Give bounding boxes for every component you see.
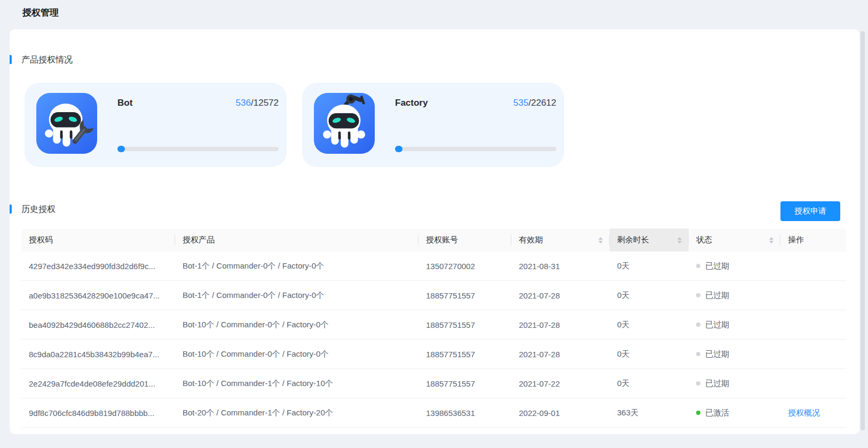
table-body: 4297ed342e334ed990fd3d2d6f9c... Bot-1个 /… — [21, 251, 846, 428]
action-cell: 授权概况 — [780, 398, 846, 427]
sort-icon[interactable] — [598, 237, 603, 244]
status-dot-icon — [696, 323, 700, 327]
history-section-title: 历史授权 — [21, 204, 56, 215]
product-card-bot: Bot 536/12572 — [25, 83, 287, 167]
status-cell: 已过期 — [689, 281, 780, 310]
history-section-header: 历史授权 — [10, 204, 56, 215]
status-dot-icon — [696, 352, 700, 356]
authorized-account-cell: 13986536531 — [419, 398, 511, 427]
validity-date-cell: 2021-07-28 — [511, 310, 610, 339]
table-row: 9df8c706cfc846d9b819d788bbbb... Bot-20个 … — [21, 398, 846, 428]
authorization-overview-link[interactable]: 授权概况 — [788, 408, 820, 418]
validity-date-cell: 2021-07-22 — [511, 369, 610, 398]
column-header-remaining[interactable]: 剩余时长 — [610, 229, 689, 251]
product-name: Bot — [117, 98, 132, 108]
action-cell — [780, 251, 846, 280]
column-header-product: 授权产品 — [175, 229, 419, 251]
authorized-account-cell: 18857751557 — [419, 310, 511, 339]
authorization-code-cell: a0e9b3182536428290e100e9ca47... — [21, 281, 175, 310]
product-name: Factory — [395, 98, 428, 108]
action-cell — [780, 340, 846, 368]
action-cell — [780, 369, 846, 398]
remaining-time-cell: 0天 — [610, 281, 689, 310]
column-header-status[interactable]: 状态 — [689, 229, 780, 251]
authorized-account-cell: 13507270002 — [419, 251, 511, 280]
table-row: bea4092b429d460688b2cc27402... Bot-10个 /… — [21, 310, 846, 340]
product-usage: 536/12572 — [236, 98, 279, 108]
status-cell: 已激活 — [689, 398, 780, 427]
factory-octopus-arm-icon — [314, 93, 375, 154]
column-header-account: 授权账号 — [419, 229, 511, 251]
status-dot-icon — [696, 381, 700, 386]
table-row: 4297ed342e334ed990fd3d2d6f9c... Bot-1个 /… — [21, 251, 846, 281]
usage-progress-fill — [395, 146, 403, 152]
authorized-account-cell: 18857751557 — [419, 281, 511, 310]
sort-icon[interactable] — [677, 237, 682, 244]
action-cell — [780, 310, 846, 339]
status-label: 已过期 — [705, 320, 729, 330]
validity-date-cell: 2021-08-31 — [511, 251, 610, 280]
table-row: 2e2429a7fcde4de08efe29ddd201... Bot-10个 … — [21, 369, 846, 398]
usage-progress-fill — [117, 146, 125, 152]
content-card: 产品授权情况 — [10, 29, 859, 434]
column-header-code: 授权码 — [21, 229, 175, 251]
status-label: 已过期 — [705, 261, 729, 271]
product-card-factory: Factory 535/22612 — [302, 83, 564, 167]
usage-progress-bar — [117, 147, 279, 151]
authorized-account-cell: 18857751557 — [419, 340, 511, 368]
remaining-time-cell: 0天 — [610, 369, 689, 398]
status-dot-icon — [696, 264, 700, 268]
authorized-product-cell: Bot-10个 / Commander-0个 / Factory-0个 — [175, 310, 419, 339]
status-label: 已过期 — [705, 349, 729, 359]
product-cards-row: Bot 536/12572 — [25, 83, 564, 167]
authorization-code-cell: bea4092b429d460688b2cc27402... — [21, 310, 175, 339]
authorization-code-cell: 2e2429a7fcde4de08efe29ddd201... — [21, 369, 175, 398]
bot-octopus-wrench-icon — [36, 93, 97, 154]
page-title: 授权管理 — [22, 6, 59, 19]
status-cell: 已过期 — [689, 340, 780, 368]
authorization-code-cell: 9df8c706cfc846d9b819d788bbbb... — [21, 398, 175, 427]
total-count: 12572 — [254, 98, 279, 108]
product-usage: 535/22612 — [514, 98, 556, 108]
authorization-code-cell: 4297ed342e334ed990fd3d2d6f9c... — [21, 251, 175, 280]
authorization-apply-button[interactable]: 授权申请 — [780, 201, 840, 221]
authorized-product-cell: Bot-1个 / Commander-0个 / Factory-0个 — [175, 251, 419, 280]
authorized-product-cell: Bot-10个 / Commander-1个 / Factory-10个 — [175, 369, 419, 398]
products-section-header: 产品授权情况 — [10, 54, 73, 65]
products-section-title: 产品授权情况 — [21, 54, 73, 66]
authorized-product-cell: Bot-10个 / Commander-0个 / Factory-0个 — [175, 340, 419, 368]
status-cell: 已过期 — [689, 369, 780, 398]
section-accent-bar — [10, 205, 12, 214]
status-cell: 已过期 — [689, 251, 780, 280]
total-count: 22612 — [531, 98, 556, 108]
status-label: 已激活 — [705, 408, 729, 418]
authorized-product-cell: Bot-1个 / Commander-0个 / Factory-0个 — [175, 281, 419, 310]
validity-date-cell: 2022-09-01 — [511, 398, 610, 427]
table-header-row: 授权码 授权产品 授权账号 有效期 剩余时长 状态 操作 — [21, 229, 846, 251]
table-row: 8c9da0a2281c45b38432b99b4ea7... Bot-10个 … — [21, 340, 846, 369]
column-header-action: 操作 — [780, 229, 846, 251]
validity-date-cell: 2021-07-28 — [511, 281, 610, 310]
status-cell: 已过期 — [689, 310, 780, 339]
validity-date-cell: 2021-07-28 — [511, 340, 610, 368]
authorization-history-table: 授权码 授权产品 授权账号 有效期 剩余时长 状态 操作 4297ed342e3… — [21, 229, 846, 428]
used-count: 535 — [514, 98, 528, 108]
authorized-product-cell: Bot-20个 / Commander-1个 / Factory-20个 — [175, 398, 419, 427]
column-header-validity[interactable]: 有效期 — [511, 229, 610, 251]
status-dot-icon — [696, 411, 700, 415]
vertical-scrollbar[interactable] — [861, 31, 865, 430]
action-cell — [780, 281, 846, 310]
sort-icon[interactable] — [769, 237, 774, 244]
remaining-time-cell: 0天 — [610, 310, 689, 339]
authorized-account-cell: 18857751557 — [419, 369, 511, 398]
status-dot-icon — [696, 293, 700, 297]
usage-progress-bar — [395, 147, 556, 151]
section-accent-bar — [10, 55, 12, 64]
used-count: 536 — [236, 98, 251, 108]
table-row: a0e9b3182536428290e100e9ca47... Bot-1个 /… — [21, 281, 846, 310]
remaining-time-cell: 0天 — [610, 251, 689, 280]
remaining-time-cell: 0天 — [610, 340, 689, 368]
authorization-code-cell: 8c9da0a2281c45b38432b99b4ea7... — [21, 340, 175, 368]
remaining-time-cell: 363天 — [610, 398, 689, 427]
status-label: 已过期 — [705, 290, 729, 301]
